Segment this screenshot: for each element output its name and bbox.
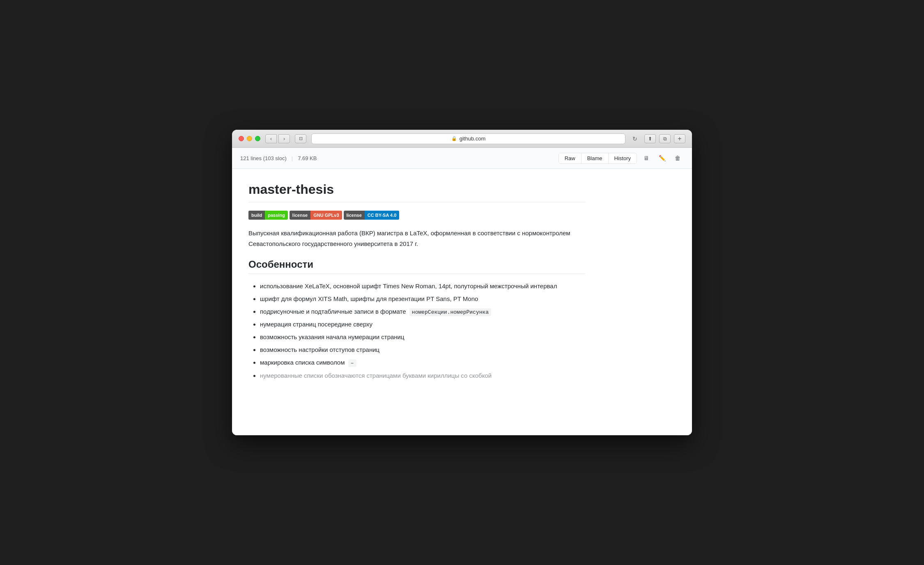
file-info: 121 lines (103 sloc) | 7.69 KB	[240, 155, 317, 161]
code-inline: –	[348, 359, 356, 367]
desktop-icon[interactable]: 🖥	[640, 152, 653, 164]
raw-button[interactable]: Raw	[559, 153, 582, 163]
list-item-text: использование XeLaTeX, основной шрифт Ti…	[260, 282, 557, 289]
readme-content: master-thesis build passing license GNU …	[232, 169, 602, 397]
features-list: использование XeLaTeX, основной шрифт Ti…	[248, 280, 585, 381]
reload-button[interactable]: ↻	[630, 134, 639, 143]
address-bar[interactable]: 🔒 github.com	[311, 133, 625, 144]
share-button[interactable]: ⬆	[644, 134, 656, 143]
list-item: возможность настройки отступов страниц	[260, 344, 585, 355]
lines-info: 121 lines (103 sloc)	[240, 155, 287, 161]
license-cc-badge-right: CC BY-SA 4.0	[365, 211, 400, 220]
title-bar: ‹ › ⊡ 🔒 github.com ↻ ⬆ ⧉ +	[232, 130, 692, 148]
list-item-text: нумерация страниц посередине сверху	[260, 321, 372, 328]
code-inline: номерСекции.номерРисунка	[409, 308, 491, 316]
list-item: подрисуночные и подтабличные записи в фо…	[260, 306, 585, 317]
list-item-text: шрифт для формул XITS Math, шрифты для п…	[260, 295, 478, 302]
list-item: шрифт для формул XITS Math, шрифты для п…	[260, 293, 585, 304]
list-item-text: маркировка списка символом –	[260, 359, 356, 366]
license-cc-badge-left: license	[344, 211, 365, 220]
minimize-button[interactable]	[247, 136, 252, 141]
file-actions: Raw Blame History 🖥 ✏️ 🗑	[559, 152, 684, 164]
list-item-partial-text: нумерованные списки обозначаются страниц…	[260, 372, 492, 379]
nav-buttons: ‹ ›	[265, 134, 290, 143]
traffic-lights	[239, 136, 260, 141]
list-item-partial: нумерованные списки обозначаются страниц…	[260, 370, 585, 381]
build-badge-right: passing	[265, 211, 288, 220]
list-item: нумерация страниц посередине сверху	[260, 319, 585, 330]
blame-button[interactable]: Blame	[582, 153, 609, 163]
sidebar-button[interactable]: ⊡	[295, 134, 306, 143]
url-text: github.com	[460, 136, 486, 142]
license-gpl-badge-left: license	[290, 211, 310, 220]
list-item-text: возможность указания начала нумерации ст…	[260, 333, 405, 340]
readme-description: Выпускная квалификационная работа (ВКР) …	[248, 228, 585, 249]
toolbar-right: ⬆ ⧉ +	[644, 134, 685, 143]
maximize-button[interactable]	[255, 136, 260, 141]
list-item: возможность указания начала нумерации ст…	[260, 331, 585, 342]
file-toolbar: 121 lines (103 sloc) | 7.69 KB Raw Blame…	[232, 148, 692, 169]
file-action-group: Raw Blame History	[559, 153, 637, 164]
badges: build passing license GNU GPLv3 license …	[248, 211, 585, 220]
back-button[interactable]: ‹	[265, 134, 277, 143]
close-button[interactable]	[239, 136, 244, 141]
history-button[interactable]: History	[609, 153, 637, 163]
list-item: использование XeLaTeX, основной шрифт Ti…	[260, 280, 585, 292]
edit-icon[interactable]: ✏️	[656, 152, 668, 164]
fullscreen-button[interactable]: ⧉	[659, 134, 671, 143]
list-item: маркировка списка символом –	[260, 357, 585, 368]
size-info: 7.69 KB	[298, 155, 317, 161]
new-tab-button[interactable]: +	[674, 134, 685, 143]
lock-icon: 🔒	[451, 136, 457, 141]
list-item-text: возможность настройки отступов страниц	[260, 346, 379, 353]
license-gpl-badge[interactable]: license GNU GPLv3	[290, 211, 342, 220]
license-cc-badge[interactable]: license CC BY-SA 4.0	[344, 211, 400, 220]
content-area: 121 lines (103 sloc) | 7.69 KB Raw Blame…	[232, 148, 692, 435]
build-badge-left: build	[248, 211, 265, 220]
file-info-divider: |	[292, 155, 293, 161]
readme-title: master-thesis	[248, 182, 585, 202]
features-title: Особенности	[248, 259, 585, 274]
forward-button[interactable]: ›	[278, 134, 290, 143]
license-gpl-badge-right: GNU GPLv3	[310, 211, 342, 220]
browser-window: ‹ › ⊡ 🔒 github.com ↻ ⬆ ⧉ + 121 lines (10…	[232, 130, 692, 435]
build-badge[interactable]: build passing	[248, 211, 288, 220]
list-item-text: подрисуночные и подтабличные записи в фо…	[260, 308, 491, 315]
delete-icon[interactable]: 🗑	[671, 152, 684, 164]
